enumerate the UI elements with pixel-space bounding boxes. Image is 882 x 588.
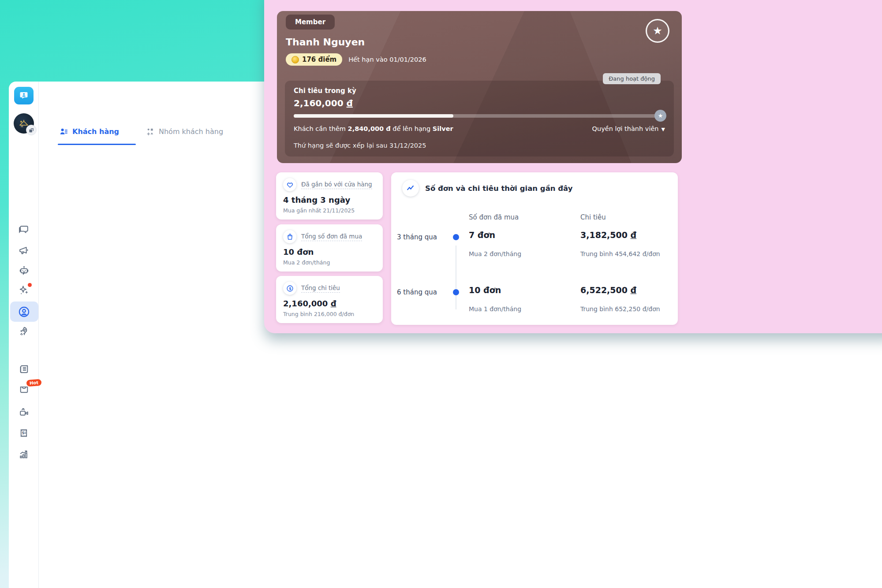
spending-panel: Chi tiêu trong kỳ 2,160,000 đ ★ Khách cầ… bbox=[285, 81, 674, 156]
stat-title: Tổng số đơn đã mua bbox=[301, 233, 362, 241]
sidebar-item-orders[interactable]: Hot bbox=[9, 383, 39, 394]
orders-sub: Mua 2 đơn/tháng bbox=[469, 250, 521, 257]
period-label: 6 tháng qua bbox=[397, 288, 437, 296]
timeline-dot bbox=[453, 289, 459, 295]
spending-value: 2,160,000 đ bbox=[294, 98, 665, 108]
chevron-down-icon: ▼ bbox=[662, 127, 665, 132]
livestream-camera-icon bbox=[18, 406, 30, 418]
stat-sub: Mua gần nhất 21/11/2025 bbox=[283, 207, 376, 214]
customer-list-icon bbox=[59, 127, 68, 136]
hot-badge: Hot bbox=[26, 379, 41, 387]
upgrade-note: Khách cần thêm 2,840,000 đ để lên hạng S… bbox=[294, 125, 453, 132]
tab-customer-groups[interactable]: Nhóm khách hàng bbox=[146, 127, 223, 136]
sidebar-item-analytics[interactable] bbox=[9, 448, 39, 460]
period-label: 3 tháng qua bbox=[397, 233, 437, 241]
shopping-bag-icon bbox=[283, 230, 296, 243]
sidebar-item-feed[interactable] bbox=[9, 363, 39, 375]
svg-text:$: $ bbox=[289, 286, 292, 290]
sidebar-item-store-avatar[interactable]: H bbox=[9, 112, 39, 134]
sidebar-item-chat[interactable] bbox=[9, 224, 39, 235]
spend-sub: Trung bình 454,642 đ/đơn bbox=[580, 250, 660, 257]
sidebar-item-invoice[interactable]: $ bbox=[9, 427, 39, 439]
notification-dot bbox=[28, 283, 32, 287]
orders-value: 7 đơn bbox=[469, 230, 495, 240]
sidebar-item-app-logo[interactable] bbox=[9, 87, 39, 104]
stat-value: 2,160,000 đ bbox=[283, 299, 376, 308]
timeline-connector bbox=[456, 246, 456, 309]
sidebar-item-growth[interactable] bbox=[9, 325, 39, 337]
coin-icon bbox=[292, 56, 299, 63]
tier-progress-fill bbox=[294, 114, 453, 118]
line-chart-icon bbox=[402, 180, 419, 197]
svg-text:H: H bbox=[21, 125, 23, 128]
spend-value: 3,182,500 đ bbox=[580, 230, 636, 240]
points-pill: 176 điểm bbox=[286, 53, 342, 66]
col-header-orders: Số đơn đã mua bbox=[469, 213, 519, 221]
orders-sub: Mua 1 đơn/tháng bbox=[469, 305, 521, 313]
chat-bubbles-icon bbox=[18, 224, 30, 236]
store-avatar: H bbox=[14, 113, 34, 134]
stat-value: 4 tháng 3 ngày bbox=[283, 195, 376, 205]
points-expiry: Hết hạn vào 01/01/2026 bbox=[348, 56, 426, 63]
active-tab-underline bbox=[58, 144, 136, 145]
sidebar-item-customers[interactable] bbox=[9, 305, 39, 318]
rank-reset-note: Thứ hạng sẽ được xếp lại sau 31/12/2025 bbox=[294, 142, 665, 149]
stat-sub: Mua 2 đơn/tháng bbox=[283, 259, 376, 266]
app-logo-chat-icon bbox=[14, 87, 34, 104]
spend-value: 6,522,500 đ bbox=[580, 285, 636, 295]
stat-title: Đã gắn bó với cửa hàng bbox=[301, 181, 372, 189]
member-star-icon[interactable]: ★ bbox=[646, 19, 669, 43]
sidebar-item-livestream[interactable] bbox=[9, 406, 39, 418]
heart-icon bbox=[283, 178, 296, 191]
sidebar-item-chatbot[interactable] bbox=[9, 264, 39, 276]
stat-card-orders: Tổng số đơn đã mua 10 đơn Mua 2 đơn/thán… bbox=[276, 224, 383, 272]
workspace-switcher-icon bbox=[26, 125, 37, 135]
orders-value: 10 đơn bbox=[469, 285, 501, 295]
sidebar-item-marketing[interactable] bbox=[9, 245, 39, 256]
member-detail-overlay: Member ★ Thanh Nguyen 176 điểm Hết hạn v… bbox=[264, 0, 882, 333]
member-name: Thanh Nguyen bbox=[286, 37, 365, 48]
rocket-icon bbox=[18, 325, 30, 337]
member-tier-badge: Member bbox=[286, 15, 335, 30]
stat-card-spending: $ Tổng chi tiêu 2,160,000 đ Trung bình 2… bbox=[276, 276, 383, 323]
member-card: Member ★ Thanh Nguyen 176 điểm Hết hạn v… bbox=[277, 11, 682, 163]
news-feed-icon bbox=[18, 363, 30, 375]
spend-sub: Trung bình 652,250 đ/đơn bbox=[580, 305, 660, 313]
invoice-icon: $ bbox=[18, 427, 30, 439]
recent-panel-title: Số đơn và chi tiêu thời gian gần đây bbox=[425, 184, 572, 193]
timeline-dot bbox=[453, 234, 459, 240]
megaphone-icon bbox=[18, 245, 30, 257]
member-benefits-dropdown[interactable]: Quyền lợi thành viên▼ bbox=[592, 125, 665, 132]
customer-group-icon bbox=[146, 127, 155, 136]
analytics-chart-icon bbox=[18, 448, 30, 460]
col-header-spend: Chi tiêu bbox=[580, 213, 606, 221]
sidebar: H Hot $ bbox=[9, 82, 39, 588]
points-value: 176 điểm bbox=[302, 56, 336, 63]
chatbot-icon bbox=[18, 264, 30, 276]
tier-progress-star-icon: ★ bbox=[654, 110, 666, 122]
stat-title: Tổng chi tiêu bbox=[301, 284, 340, 293]
spending-label: Chi tiêu trong kỳ bbox=[294, 87, 665, 95]
stat-value: 10 đơn bbox=[283, 247, 376, 257]
tab-customers[interactable]: Khách hàng bbox=[59, 127, 119, 136]
stat-sub: Trung bình 216,000 đ/đơn bbox=[283, 311, 376, 317]
tab-customers-label: Khách hàng bbox=[72, 127, 119, 136]
svg-text:$: $ bbox=[22, 431, 24, 435]
stat-card-loyalty: Đã gắn bó với cửa hàng 4 tháng 3 ngày Mu… bbox=[276, 172, 383, 220]
customer-circle-icon bbox=[18, 305, 30, 318]
sidebar-item-ai[interactable] bbox=[9, 284, 39, 296]
tier-progress-bar: ★ bbox=[294, 114, 665, 118]
dollar-circle-icon: $ bbox=[283, 282, 296, 295]
recent-activity-panel: Số đơn và chi tiêu thời gian gần đây Số … bbox=[391, 172, 678, 325]
status-badge: Đang hoạt động bbox=[603, 73, 661, 84]
tab-customer-groups-label: Nhóm khách hàng bbox=[159, 127, 223, 136]
